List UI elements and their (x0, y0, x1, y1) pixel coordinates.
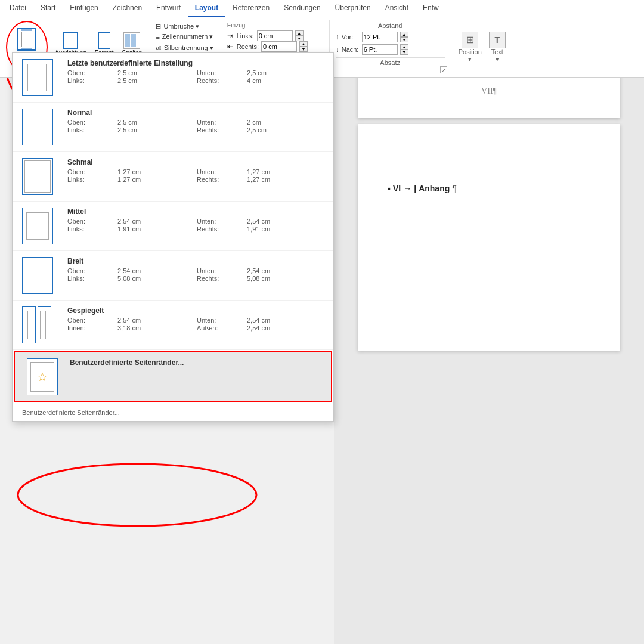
einzug-rechts-label: Rechts: (237, 43, 259, 50)
dropdown-item-letzte[interactable]: Letzte benutzerdefinierte Einstellung Ob… (13, 53, 333, 103)
normal-text: Normal Oben:2,5 cm Unten:2 cm Links:2,5 … (67, 109, 324, 134)
einzug-links-input[interactable] (257, 30, 293, 41)
seitenraender-icon (17, 28, 36, 51)
letzte-oben-key: Oben: (67, 69, 115, 76)
mittel-title: Mittel (67, 208, 324, 216)
abstand-rows: ↑ Vor: ▲ ▼ ↓ Nach: ▲ ▼ (336, 32, 445, 55)
einzug-links-icon: ⇥ (227, 32, 233, 40)
schmal-oben-val: 1,27 cm (117, 168, 194, 175)
zeilennummern-label: Zeilennummern ▾ (162, 33, 213, 41)
gespiegelt-left-page (22, 306, 36, 343)
tab-ansicht[interactable]: Ansicht (378, 0, 416, 17)
tab-ueberprufen[interactable]: Überprüfen (328, 0, 378, 17)
abstand-nach-label: Nach: (342, 46, 360, 53)
page2-cursor: | (414, 184, 416, 193)
tab-sendungen[interactable]: Sendungen (277, 0, 327, 17)
red-circle-dropdown (12, 459, 262, 531)
breit-rechts-val: 5,08 cm (247, 275, 324, 282)
letzte-links-key: Links: (67, 77, 115, 84)
normal-links-val: 2,5 cm (117, 126, 194, 134)
breit-details: Oben:2,54 cm Unten:2,54 cm Links:5,08 cm… (67, 267, 324, 282)
mittel-links-val: 1,91 cm (117, 225, 194, 233)
gespiegelt-preview (22, 306, 58, 343)
page2-vi: VI (393, 184, 401, 193)
dropdown-item-gespiegelt[interactable]: Gespiegelt Oben:2,54 cm Unten:2,54 cm In… (13, 301, 333, 350)
page2-anhang: Anhang (419, 184, 450, 193)
gespiegelt-aussen-key: Außen: (197, 324, 244, 332)
mittel-oben-val: 2,54 cm (117, 218, 194, 225)
letzte-rechts-key: Rechts: (197, 77, 244, 84)
abstand-nach-input[interactable] (362, 44, 398, 55)
schmal-unten-val: 1,27 cm (247, 168, 324, 175)
normal-title: Normal (67, 109, 324, 117)
tab-zeichnen[interactable]: Zeichnen (106, 0, 149, 17)
breit-rechts-key: Rechts: (197, 275, 244, 282)
einzug-rechts-input[interactable] (261, 41, 297, 52)
page2-pilcrow: ¶ (452, 184, 457, 193)
schmal-links-val: 1,27 cm (117, 176, 194, 183)
mittel-oben-key: Oben: (67, 218, 115, 225)
abstand-nach-icon: ↓ (336, 45, 339, 54)
normal-unten-val: 2 cm (247, 119, 324, 126)
gespiegelt-page-preview (22, 306, 58, 343)
letzte-title: Letzte benutzerdefinierte Einstellung (67, 59, 324, 67)
breit-title: Breit (67, 257, 324, 265)
benutzerdefiniert-preview: ☆ (24, 358, 60, 395)
tab-entwurf[interactable]: Entwurf (149, 0, 188, 17)
mittel-rechts-key: Rechts: (197, 225, 244, 233)
text-label: Text (491, 48, 503, 55)
abstand-vor-input[interactable] (362, 32, 398, 42)
tab-datei[interactable]: Datei (2, 0, 33, 17)
zeilennummern-button[interactable]: ≡ Zeilennummern ▾ (153, 32, 215, 41)
breit-oben-key: Oben: (67, 267, 115, 274)
position-button[interactable]: ⊞ Position ▾ (456, 29, 484, 66)
breit-unten-val: 2,54 cm (247, 267, 324, 274)
tab-referenzen[interactable]: Referenzen (225, 0, 277, 17)
dropdown-footer-text: Benutzerdefinierte Seitenränder... (22, 409, 120, 416)
einzug-links-spinner[interactable]: ▲ ▼ (295, 30, 304, 41)
schmal-title: Schmal (67, 158, 324, 166)
dropdown-item-mittel[interactable]: Mittel Oben:2,54 cm Unten:2,54 cm Links:… (13, 202, 333, 251)
gespiegelt-unten-key: Unten: (197, 317, 244, 324)
gespiegelt-innen-key: Innen: (67, 324, 115, 332)
dialog-launcher[interactable]: ↗ (440, 66, 447, 73)
tab-entw[interactable]: Entw (416, 0, 446, 17)
schmal-oben-key: Oben: (67, 168, 115, 175)
letzte-unten-val: 2,5 cm (247, 69, 324, 76)
einzug-rechts-spinner[interactable]: ▲ ▼ (299, 41, 308, 52)
breit-links-val: 5,08 cm (117, 275, 194, 282)
einzug-links-row: ⇥ Links: ▲ ▼ (227, 30, 324, 41)
dropdown-item-normal[interactable]: Normal Oben:2,5 cm Unten:2 cm Links:2,5 … (13, 103, 333, 152)
normal-rechts-key: Rechts: (197, 126, 244, 134)
schmal-preview (22, 158, 58, 195)
text-button[interactable]: T Text ▾ (487, 29, 508, 66)
dropdown-item-breit[interactable]: Breit Oben:2,54 cm Unten:2,54 cm Links:5… (13, 251, 333, 301)
abstand-nach-row: ↓ Nach: ▲ ▼ (336, 44, 445, 55)
tab-layout[interactable]: Layout (188, 0, 225, 17)
gespiegelt-innen-val: 3,18 cm (117, 324, 194, 332)
text-icon: T (489, 32, 506, 48)
tab-einfuegen[interactable]: Einfügen (63, 0, 105, 17)
page2-bullet: ▪ (388, 184, 391, 193)
gespiegelt-oben-val: 2,54 cm (117, 317, 194, 324)
abstand-vor-spinner[interactable]: ▲ ▼ (400, 32, 408, 42)
letzte-oben-val: 2,5 cm (117, 69, 194, 76)
mittel-details: Oben:2,54 cm Unten:2,54 cm Links:1,91 cm… (67, 218, 324, 233)
dropdown-footer[interactable]: Benutzerdefinierte Seitenränder... (13, 404, 333, 421)
mittel-text: Mittel Oben:2,54 cm Unten:2,54 cm Links:… (67, 208, 324, 233)
tab-start[interactable]: Start (33, 0, 63, 17)
schmal-rechts-val: 1,27 cm (247, 176, 324, 183)
schmal-rechts-key: Rechts: (197, 176, 244, 183)
gespiegelt-details: Oben:2,54 cm Unten:2,54 cm Innen:3,18 cm… (67, 317, 324, 332)
dropdown-item-schmal[interactable]: Schmal Oben:1,27 cm Unten:1,27 cm Links:… (13, 152, 333, 202)
letzte-page-preview (22, 59, 53, 96)
mittel-preview (22, 208, 58, 244)
breit-links-key: Links: (67, 275, 115, 282)
schmal-links-key: Links: (67, 176, 115, 183)
abstand-nach-spinner[interactable]: ▲ ▼ (400, 44, 408, 55)
silbentrennung-button[interactable]: aͦ Silbentrennung ▾ (153, 44, 215, 52)
dropdown-item-benutzerdefiniert[interactable]: ☆ Benutzerdefinierte Seitenränder... (14, 351, 332, 402)
umbrueche-button[interactable]: ⊟ Umbrüche ▾ (153, 22, 215, 31)
position-label: Position (459, 48, 482, 55)
benutzerdefiniert-page: ☆ (27, 358, 58, 395)
